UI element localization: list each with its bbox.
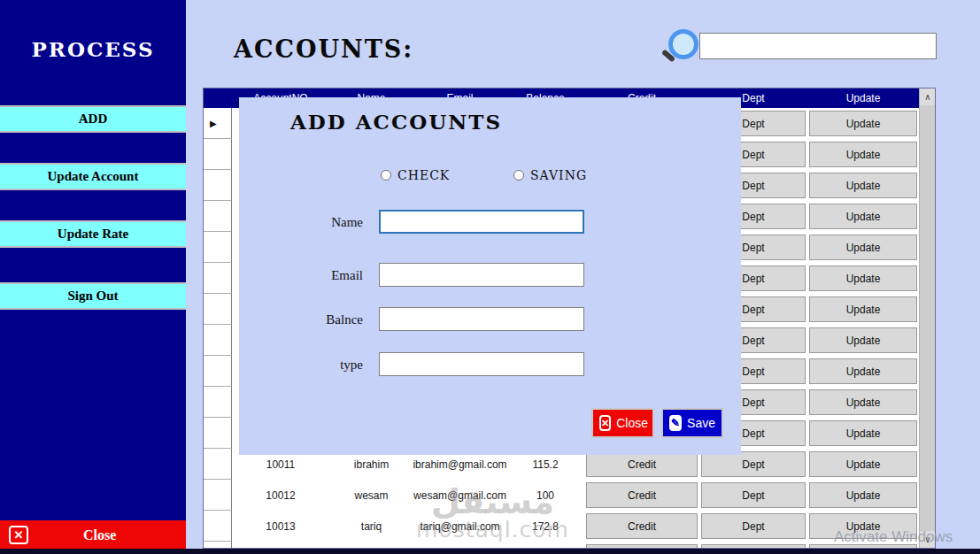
update-button[interactable]: Update <box>809 451 917 477</box>
sidebar-title: PROCESS <box>0 37 186 61</box>
cell-dept: Dept <box>699 511 807 542</box>
balnce-field[interactable] <box>379 307 584 331</box>
update-button[interactable]: Update <box>809 235 917 260</box>
radio-circle-icon <box>513 170 524 181</box>
cell-update: Update <box>807 139 919 170</box>
field-label: Email <box>266 268 363 283</box>
update-button[interactable]: Update <box>809 265 917 291</box>
update-button[interactable]: Update <box>809 296 917 322</box>
radio-saving[interactable]: SAVING <box>513 168 587 182</box>
sidebar-item-update-rate[interactable]: Update Rate <box>0 220 186 248</box>
field-row-name: Name <box>239 210 741 235</box>
dept-button[interactable]: Dept <box>701 451 806 477</box>
radio-label: CHECK <box>397 168 450 182</box>
radio-check[interactable]: CHECK <box>381 168 450 182</box>
cell-update: Update <box>807 387 919 418</box>
scroll-up-button[interactable]: ∧ <box>920 88 935 105</box>
sidebar-close-label: Close <box>83 527 116 543</box>
row-selector[interactable] <box>204 232 232 263</box>
current-row-arrow-icon: ▶ <box>210 119 217 128</box>
close-x-icon: ✕ <box>9 526 28 544</box>
cell-email: wesam@gmail.com <box>413 480 506 511</box>
email-field[interactable] <box>379 263 584 287</box>
update-button[interactable]: Update <box>809 111 917 136</box>
credit-button[interactable]: Credit <box>586 513 698 539</box>
radio-label: SAVING <box>530 168 587 182</box>
dept-button[interactable]: Dept <box>701 544 806 548</box>
update-button[interactable]: Update <box>809 358 917 384</box>
field-row-balnce: Balnce <box>239 307 741 332</box>
field-row-email: Email <box>239 263 741 288</box>
credit-button[interactable]: Credit <box>586 451 698 477</box>
dialog-save-button[interactable]: ✎ Save <box>661 408 723 438</box>
cell-update: Update <box>807 108 919 139</box>
field-row-type: type <box>239 352 741 377</box>
table-row: CreditDeptUpdate <box>204 542 919 548</box>
row-selector[interactable] <box>204 294 232 325</box>
sidebar-item-add[interactable]: ADD <box>0 105 186 133</box>
update-button[interactable]: Update <box>809 420 917 446</box>
update-button[interactable]: Update <box>809 389 917 415</box>
update-button[interactable]: Update <box>809 327 917 353</box>
cell-update: Update <box>807 294 919 325</box>
cell-update: Update <box>807 232 919 263</box>
cell-update: Update <box>807 170 919 201</box>
row-selector[interactable] <box>204 139 232 170</box>
credit-button[interactable]: Credit <box>586 482 698 508</box>
row-selector[interactable] <box>204 387 232 418</box>
cell-update: Update <box>807 325 919 356</box>
cell-update: Update <box>807 449 919 480</box>
radio-circle-icon <box>381 170 391 181</box>
cell-balance: 100 <box>506 480 584 511</box>
name-field[interactable] <box>379 210 584 234</box>
cell-update: Update <box>807 263 919 294</box>
row-selector[interactable] <box>204 449 232 480</box>
row-selector[interactable] <box>204 480 232 511</box>
credit-button[interactable]: Credit <box>586 544 698 548</box>
cell-account: 10012 <box>232 480 329 511</box>
row-selector[interactable] <box>204 542 232 548</box>
row-selector[interactable]: ▶ <box>204 108 232 139</box>
field-label: type <box>266 358 363 373</box>
sidebar: PROCESS ADDUpdate AccountUpdate RateSign… <box>0 0 186 554</box>
search-icon <box>661 29 697 66</box>
row-selector[interactable] <box>204 325 232 356</box>
cell-credit: Credit <box>584 511 699 542</box>
row-selector[interactable] <box>204 201 232 232</box>
sidebar-item-update-account[interactable]: Update Account <box>0 163 186 190</box>
row-selector[interactable] <box>204 418 232 449</box>
field-label: Name <box>266 215 363 230</box>
cell-name: tariq <box>329 511 413 542</box>
cell-email: tariq@gmail.com <box>413 511 506 542</box>
row-selector[interactable] <box>204 170 232 201</box>
cell-dept: Dept <box>699 480 807 511</box>
field-label: Balnce <box>266 312 363 327</box>
cell-credit: Credit <box>584 480 699 511</box>
cell-update: Update <box>807 480 919 511</box>
sidebar-close-button[interactable]: ✕ Close <box>0 520 186 550</box>
cell-balance: 172.8 <box>506 511 584 542</box>
taskbar-edge <box>0 549 980 554</box>
update-button[interactable]: Update <box>809 173 917 198</box>
dialog-close-label: Close <box>616 416 648 430</box>
cell-update: Update <box>807 201 919 232</box>
vertical-scrollbar[interactable]: ∧ ∨ <box>919 88 935 548</box>
cell-update: Update <box>807 356 919 387</box>
row-selector[interactable] <box>204 511 232 542</box>
sidebar-item-sign-out[interactable]: Sign Out <box>0 282 186 310</box>
header-corner-cell <box>204 88 232 108</box>
dialog-close-button[interactable]: ✕ Close <box>591 408 654 438</box>
cell-dept: Dept <box>699 542 807 548</box>
row-selector[interactable] <box>204 263 232 294</box>
type-field[interactable] <box>379 352 584 376</box>
update-button[interactable]: Update <box>809 482 917 508</box>
search-input[interactable] <box>699 33 937 59</box>
dept-button[interactable]: Dept <box>701 513 806 539</box>
update-button[interactable]: Update <box>809 142 917 167</box>
update-button[interactable]: Update <box>809 204 917 229</box>
account-type-radios: CHECKSAVING <box>239 168 741 186</box>
column-header-update[interactable]: Update <box>807 88 919 108</box>
dept-button[interactable]: Dept <box>701 482 806 508</box>
cell-email <box>413 542 506 548</box>
row-selector[interactable] <box>204 356 232 387</box>
